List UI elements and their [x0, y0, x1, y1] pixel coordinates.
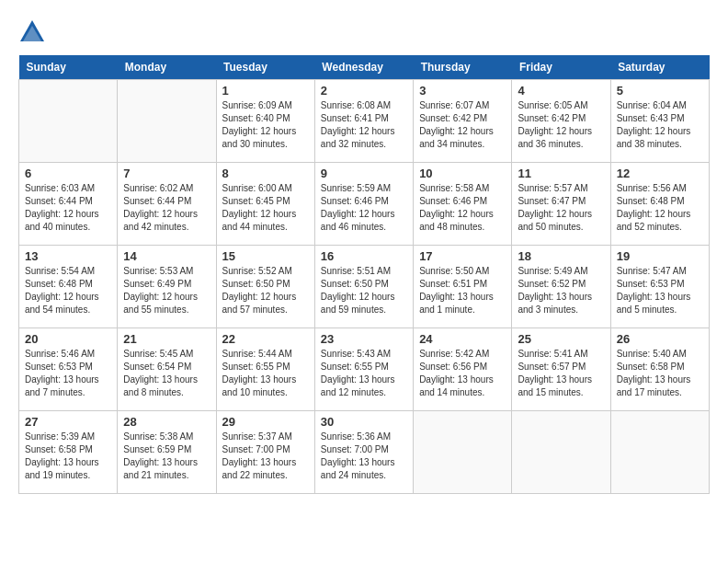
calendar-week-row: 20Sunrise: 5:46 AM Sunset: 6:53 PM Dayli…	[19, 328, 710, 411]
logo-icon	[18, 18, 46, 46]
day-info: Sunrise: 5:56 AM Sunset: 6:48 PM Dayligh…	[617, 182, 703, 234]
day-number: 6	[25, 167, 111, 180]
day-number: 16	[321, 249, 407, 263]
weekday-header-wednesday: Wednesday	[314, 55, 413, 80]
calendar-cell: 17Sunrise: 5:50 AM Sunset: 6:51 PM Dayli…	[414, 246, 512, 328]
calendar-cell: 1Sunrise: 6:09 AM Sunset: 6:40 PM Daylig…	[216, 80, 314, 163]
day-info: Sunrise: 6:00 AM Sunset: 6:45 PM Dayligh…	[222, 182, 309, 234]
calendar-cell: 6Sunrise: 6:03 AM Sunset: 6:44 PM Daylig…	[19, 163, 118, 246]
day-number: 28	[123, 415, 210, 429]
day-info: Sunrise: 5:53 AM Sunset: 6:49 PM Dayligh…	[123, 265, 210, 316]
day-number: 5	[617, 84, 703, 98]
day-info: Sunrise: 5:52 AM Sunset: 6:50 PM Dayligh…	[222, 265, 309, 316]
day-info: Sunrise: 5:42 AM Sunset: 6:56 PM Dayligh…	[419, 348, 506, 399]
calendar-week-row: 13Sunrise: 5:54 AM Sunset: 6:48 PM Dayli…	[19, 246, 710, 328]
calendar-cell	[19, 80, 118, 163]
calendar-cell: 9Sunrise: 5:59 AM Sunset: 6:46 PM Daylig…	[314, 163, 413, 246]
day-info: Sunrise: 5:47 AM Sunset: 6:53 PM Dayligh…	[617, 265, 703, 316]
calendar-cell	[118, 80, 216, 163]
day-info: Sunrise: 5:40 AM Sunset: 6:58 PM Dayligh…	[617, 348, 703, 399]
calendar-cell: 18Sunrise: 5:49 AM Sunset: 6:52 PM Dayli…	[512, 246, 610, 328]
day-info: Sunrise: 5:41 AM Sunset: 6:57 PM Dayligh…	[518, 348, 604, 399]
calendar-header-row: SundayMondayTuesdayWednesdayThursdayFrid…	[19, 55, 710, 80]
logo	[18, 18, 50, 46]
calendar-cell: 30Sunrise: 5:36 AM Sunset: 7:00 PM Dayli…	[314, 411, 413, 494]
day-number: 7	[123, 167, 210, 180]
day-info: Sunrise: 5:46 AM Sunset: 6:53 PM Dayligh…	[25, 348, 111, 399]
calendar-cell: 3Sunrise: 6:07 AM Sunset: 6:42 PM Daylig…	[414, 80, 512, 163]
page-header	[18, 18, 710, 46]
calendar-cell	[512, 411, 610, 494]
day-number: 19	[617, 249, 703, 263]
day-number: 27	[25, 415, 111, 429]
day-number: 23	[321, 332, 407, 346]
day-number: 13	[25, 249, 111, 263]
calendar-cell: 8Sunrise: 6:00 AM Sunset: 6:45 PM Daylig…	[216, 163, 314, 246]
day-info: Sunrise: 5:57 AM Sunset: 6:47 PM Dayligh…	[518, 182, 604, 234]
day-number: 26	[617, 332, 703, 346]
calendar-cell: 20Sunrise: 5:46 AM Sunset: 6:53 PM Dayli…	[19, 328, 118, 411]
calendar-cell: 2Sunrise: 6:08 AM Sunset: 6:41 PM Daylig…	[314, 80, 413, 163]
calendar-cell	[414, 411, 512, 494]
day-info: Sunrise: 6:04 AM Sunset: 6:43 PM Dayligh…	[617, 99, 703, 151]
calendar-cell: 7Sunrise: 6:02 AM Sunset: 6:44 PM Daylig…	[118, 163, 216, 246]
calendar-cell: 16Sunrise: 5:51 AM Sunset: 6:50 PM Dayli…	[314, 246, 413, 328]
day-number: 11	[518, 167, 604, 180]
calendar-cell: 15Sunrise: 5:52 AM Sunset: 6:50 PM Dayli…	[216, 246, 314, 328]
day-number: 9	[321, 167, 407, 180]
day-info: Sunrise: 5:39 AM Sunset: 6:58 PM Dayligh…	[25, 431, 111, 482]
day-info: Sunrise: 5:49 AM Sunset: 6:52 PM Dayligh…	[518, 265, 604, 316]
weekday-header-sunday: Sunday	[19, 55, 118, 80]
calendar-cell: 27Sunrise: 5:39 AM Sunset: 6:58 PM Dayli…	[19, 411, 118, 494]
calendar-cell: 11Sunrise: 5:57 AM Sunset: 6:47 PM Dayli…	[512, 163, 610, 246]
day-info: Sunrise: 6:08 AM Sunset: 6:41 PM Dayligh…	[321, 99, 407, 151]
calendar-week-row: 6Sunrise: 6:03 AM Sunset: 6:44 PM Daylig…	[19, 163, 710, 246]
calendar-cell: 4Sunrise: 6:05 AM Sunset: 6:42 PM Daylig…	[512, 80, 610, 163]
day-info: Sunrise: 5:58 AM Sunset: 6:46 PM Dayligh…	[419, 182, 506, 234]
day-number: 18	[518, 249, 604, 263]
day-number: 24	[419, 332, 506, 346]
calendar-cell: 19Sunrise: 5:47 AM Sunset: 6:53 PM Dayli…	[610, 246, 709, 328]
weekday-header-friday: Friday	[512, 55, 610, 80]
weekday-header-thursday: Thursday	[414, 55, 512, 80]
day-info: Sunrise: 6:09 AM Sunset: 6:40 PM Dayligh…	[222, 99, 309, 151]
calendar-cell: 14Sunrise: 5:53 AM Sunset: 6:49 PM Dayli…	[118, 246, 216, 328]
day-number: 10	[419, 167, 506, 180]
calendar-cell: 24Sunrise: 5:42 AM Sunset: 6:56 PM Dayli…	[414, 328, 512, 411]
day-info: Sunrise: 5:59 AM Sunset: 6:46 PM Dayligh…	[321, 182, 407, 234]
day-number: 2	[321, 84, 407, 98]
calendar-cell: 12Sunrise: 5:56 AM Sunset: 6:48 PM Dayli…	[610, 163, 709, 246]
day-info: Sunrise: 6:05 AM Sunset: 6:42 PM Dayligh…	[518, 99, 604, 151]
calendar-week-row: 27Sunrise: 5:39 AM Sunset: 6:58 PM Dayli…	[19, 411, 710, 494]
calendar-cell	[610, 411, 709, 494]
day-number: 29	[222, 415, 309, 429]
day-number: 22	[222, 332, 309, 346]
calendar-cell: 21Sunrise: 5:45 AM Sunset: 6:54 PM Dayli…	[118, 328, 216, 411]
day-info: Sunrise: 5:43 AM Sunset: 6:55 PM Dayligh…	[321, 348, 407, 399]
day-number: 8	[222, 167, 309, 180]
day-info: Sunrise: 6:07 AM Sunset: 6:42 PM Dayligh…	[419, 99, 506, 151]
day-info: Sunrise: 6:03 AM Sunset: 6:44 PM Dayligh…	[25, 182, 111, 234]
calendar-cell: 5Sunrise: 6:04 AM Sunset: 6:43 PM Daylig…	[610, 80, 709, 163]
day-number: 17	[419, 249, 506, 263]
day-info: Sunrise: 5:45 AM Sunset: 6:54 PM Dayligh…	[123, 348, 210, 399]
day-info: Sunrise: 5:44 AM Sunset: 6:55 PM Dayligh…	[222, 348, 309, 399]
day-number: 15	[222, 249, 309, 263]
day-number: 20	[25, 332, 111, 346]
day-info: Sunrise: 6:02 AM Sunset: 6:44 PM Dayligh…	[123, 182, 210, 234]
day-info: Sunrise: 5:54 AM Sunset: 6:48 PM Dayligh…	[25, 265, 111, 316]
weekday-header-saturday: Saturday	[610, 55, 709, 80]
day-info: Sunrise: 5:38 AM Sunset: 6:59 PM Dayligh…	[123, 431, 210, 482]
calendar-cell: 10Sunrise: 5:58 AM Sunset: 6:46 PM Dayli…	[414, 163, 512, 246]
weekday-header-monday: Monday	[118, 55, 216, 80]
day-number: 1	[222, 84, 309, 98]
day-number: 25	[518, 332, 604, 346]
day-number: 21	[123, 332, 210, 346]
calendar-week-row: 1Sunrise: 6:09 AM Sunset: 6:40 PM Daylig…	[19, 80, 710, 163]
calendar-table: SundayMondayTuesdayWednesdayThursdayFrid…	[18, 55, 710, 494]
day-info: Sunrise: 5:37 AM Sunset: 7:00 PM Dayligh…	[222, 431, 309, 482]
day-info: Sunrise: 5:51 AM Sunset: 6:50 PM Dayligh…	[321, 265, 407, 316]
day-number: 4	[518, 84, 604, 98]
calendar-cell: 23Sunrise: 5:43 AM Sunset: 6:55 PM Dayli…	[314, 328, 413, 411]
calendar-cell: 25Sunrise: 5:41 AM Sunset: 6:57 PM Dayli…	[512, 328, 610, 411]
